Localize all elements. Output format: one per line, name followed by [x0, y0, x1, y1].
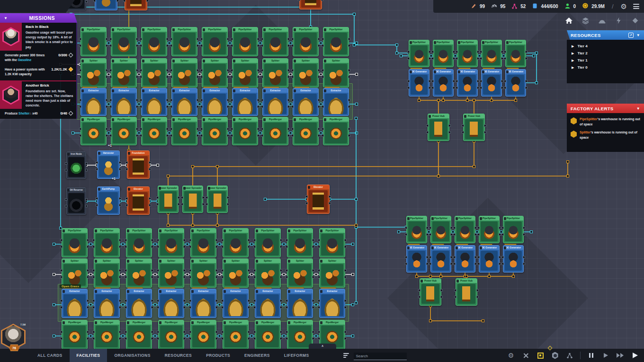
card-pipemerger[interactable]: PipeMerger: [94, 320, 120, 349]
card-splitter[interactable]: Splitter: [158, 258, 184, 288]
card-pipemerger[interactable]: PipeMerger: [323, 117, 349, 145]
card-extractor[interactable]: Extractor: [255, 289, 281, 318]
factory-alert[interactable]: Splitter's warehouse is running out of s…: [571, 130, 640, 140]
card-power-spreader[interactable]: Power Spreader: [207, 185, 228, 213]
world-icon[interactable]: [551, 351, 559, 360]
expand-triangle-icon[interactable]: ▶: [572, 66, 574, 70]
card-pipesplitter[interactable]: PipeSplitter: [287, 228, 313, 257]
card-pipesplitter[interactable]: PipeSplitter: [262, 27, 288, 56]
tab-lifeforms[interactable]: LIFEFORMS: [277, 349, 316, 362]
card-pipesplitter[interactable]: PipeSplitter: [94, 228, 120, 257]
card-extractor[interactable]: Extractor: [126, 289, 152, 318]
card-oe-generator[interactable]: OE Generator: [503, 245, 524, 273]
card-splitter[interactable]: Splitter: [287, 258, 313, 288]
card-pipemerger[interactable]: PipeMerger: [202, 117, 228, 145]
card-extractor[interactable]: Extractor: [158, 289, 184, 318]
card-elevator[interactable]: Elevator: [125, 0, 147, 10]
card-pipesplitter[interactable]: PipeSplitter: [433, 40, 454, 67]
card-pipesplitter[interactable]: PipeSplitter: [171, 27, 197, 56]
settings-icon[interactable]: ⚙: [507, 351, 515, 360]
card-pipemerger[interactable]: PipeMerger: [171, 117, 197, 145]
pop-out-icon[interactable]: ↗: [628, 33, 634, 38]
card-oe-generator[interactable]: OE Generator: [430, 245, 451, 273]
card-pipesplitter[interactable]: PipeSplitter: [141, 27, 167, 56]
tier-row-tier-1[interactable]: ▶Tier 1: [567, 57, 644, 64]
card-pipesplitter[interactable]: PipeSplitter: [503, 216, 524, 243]
card-splitter[interactable]: Splitter: [232, 58, 258, 88]
card-elevator[interactable]: Elevator: [127, 186, 150, 215]
card-extractor[interactable]: Extractor: [141, 88, 167, 116]
card-earthpump[interactable]: EarthPump: [95, 0, 117, 10]
card-pipemerger[interactable]: PipeMerger: [141, 117, 167, 145]
card-pipesplitter[interactable]: PipeSplitter: [80, 27, 107, 56]
collapse-triangle-icon[interactable]: ▼: [4, 16, 8, 20]
card-splitter[interactable]: Splitter: [94, 258, 120, 288]
card-pipesplitter[interactable]: PipeSplitter: [406, 216, 427, 243]
card-pipesplitter[interactable]: PipeSplitter: [293, 27, 319, 56]
card-pipesplitter[interactable]: PipeSplitter: [409, 40, 429, 67]
repair-icon[interactable]: [521, 351, 530, 360]
card-splitter[interactable]: Splitter: [262, 58, 288, 88]
card-oe-generator[interactable]: OE Generator: [481, 69, 502, 97]
card-pipesplitter[interactable]: PipeSplitter: [255, 228, 281, 257]
card-extractor[interactable]: Extractor: [94, 289, 120, 318]
card-splitter[interactable]: Splitter: [62, 258, 88, 288]
card-earthpump[interactable]: EarthPump: [97, 186, 120, 215]
card-splitter[interactable]: Splitter: [323, 58, 349, 88]
card-extractor[interactable]: Extractor: [323, 88, 349, 116]
card-extractor[interactable]: Extractor: [319, 289, 345, 318]
card-foundation[interactable]: Foundation: [127, 150, 150, 179]
card-power-hub[interactable]: Power Hub: [428, 114, 449, 141]
card-pipesplitter[interactable]: PipeSplitter: [505, 40, 526, 67]
card-splitter[interactable]: Splitter: [171, 58, 197, 88]
card-pipemerger[interactable]: PipeMerger: [232, 117, 258, 145]
card-power-hub[interactable]: Power Hub: [456, 278, 477, 306]
card-extractor[interactable]: Extractor: [293, 88, 319, 116]
card-pipesplitter[interactable]: PipeSplitter: [232, 27, 258, 56]
card-pipesplitter[interactable]: PipeSplitter: [62, 228, 88, 257]
card-extractor[interactable]: Extractor: [190, 289, 216, 318]
card-pipesplitter[interactable]: PipeSplitter: [190, 228, 216, 257]
construction-icon[interactable]: [597, 15, 607, 26]
card-pipesplitter[interactable]: PipeSplitter: [479, 216, 500, 243]
factory-canvas[interactable]: PipeSplitter PipeSplitter PipeSplitter P…: [0, 0, 644, 362]
card-pipesplitter[interactable]: PipeSplitter: [126, 228, 152, 257]
card-power-hub[interactable]: Power Hub: [420, 278, 441, 306]
missions-header[interactable]: ▼ MISSIONS: [0, 13, 77, 23]
card-pipemerger[interactable]: PipeMerger: [293, 117, 319, 145]
card-oe-generator[interactable]: OE Generator: [406, 245, 427, 273]
select-mode-icon[interactable]: [536, 351, 545, 360]
card-extractor[interactable]: Extractor: [171, 88, 197, 116]
card-splitter[interactable]: Splitter: [293, 58, 319, 88]
tab-facilities[interactable]: FACILITIES: [70, 349, 107, 362]
card-pipemerger[interactable]: PipeMerger: [80, 117, 107, 145]
card-pipesplitter[interactable]: PipeSplitter: [430, 216, 451, 243]
card-oe-generator[interactable]: OE Generator: [479, 245, 500, 273]
card-splitter[interactable]: Splitter: [190, 258, 216, 288]
tab-all-cards[interactable]: ALL CARDS: [30, 349, 70, 362]
layers-icon[interactable]: [580, 15, 590, 26]
card-oe-generator[interactable]: OE Generator: [457, 69, 478, 97]
tab-resources[interactable]: RESOURCES: [158, 349, 199, 362]
card-pipemerger[interactable]: PipeMerger: [158, 320, 184, 349]
card-extractor[interactable]: Extractor: [287, 289, 313, 318]
filter-icon[interactable]: [343, 352, 349, 359]
card-pipesplitter[interactable]: PipeSplitter: [323, 27, 349, 56]
card-iron-node[interactable]: Iron Node: [66, 151, 86, 179]
card-pipesplitter[interactable]: PipeSplitter: [481, 40, 502, 67]
card-power-spreader[interactable]: Power Spreader: [158, 185, 179, 213]
tier-row-tier-4[interactable]: ▶Tier 4: [567, 43, 644, 50]
card-power-spreader[interactable]: Power Spreader: [182, 185, 203, 213]
card-pipesplitter[interactable]: PipeSplitter: [223, 228, 249, 257]
card-extractor[interactable]: Extractor: [223, 289, 249, 318]
expand-triangle-icon[interactable]: ▶: [572, 52, 574, 55]
max-speed-button[interactable]: [631, 351, 639, 360]
search-input[interactable]: [354, 353, 407, 360]
card-oil-reserve[interactable]: Oil Reserve: [66, 187, 86, 215]
card-pipemerger[interactable]: PipeMerger: [111, 117, 137, 145]
card-harvester[interactable]: Harvester: [97, 150, 120, 179]
expand-triangle-icon[interactable]: ▶: [572, 44, 574, 48]
card-pipemerger[interactable]: PipeMerger: [255, 320, 281, 349]
card-pipesplitter[interactable]: PipeSplitter: [457, 40, 478, 67]
card-elevator[interactable]: Elevator: [299, 0, 322, 9]
